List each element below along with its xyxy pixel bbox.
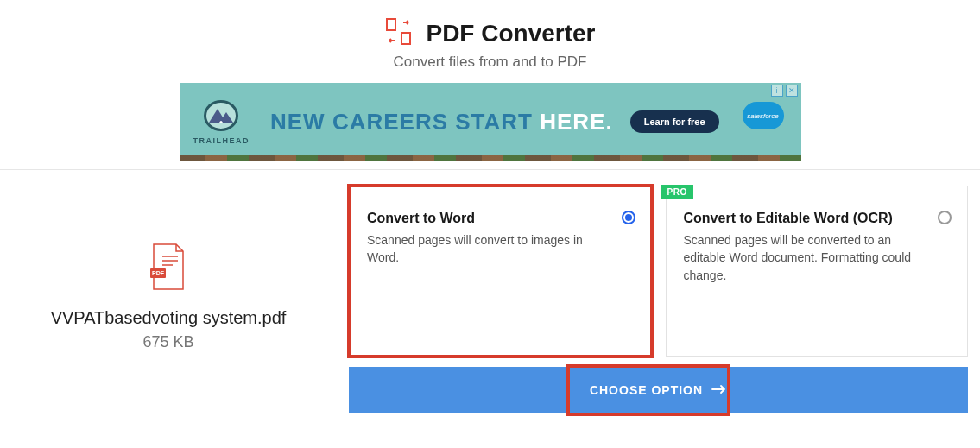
svg-rect-0 bbox=[387, 19, 395, 30]
arrow-right-icon bbox=[711, 383, 727, 397]
option-convert-to-word[interactable]: Convert to Word Scanned pages will conve… bbox=[349, 186, 652, 357]
ad-banner-container: TRAILHEAD NEW CAREERS START HERE. Learn … bbox=[0, 83, 980, 161]
trailhead-icon bbox=[202, 98, 240, 133]
ad-banner[interactable]: TRAILHEAD NEW CAREERS START HERE. Learn … bbox=[180, 83, 801, 161]
pro-badge: PRO bbox=[661, 185, 693, 199]
options-panel: Convert to Word Scanned pages will conve… bbox=[337, 170, 980, 426]
svg-text:PDF: PDF bbox=[152, 270, 165, 276]
ad-headline: NEW CAREERS START HERE. bbox=[270, 109, 613, 136]
option-title: Convert to Editable Word (OCR) bbox=[684, 211, 951, 226]
ad-brand: TRAILHEAD bbox=[193, 98, 250, 145]
file-name: VVPATbasedvoting system.pdf bbox=[0, 308, 337, 328]
salesforce-icon: salesforce bbox=[743, 102, 784, 129]
page-subtitle: Convert files from and to PDF bbox=[0, 54, 980, 71]
option-radio[interactable] bbox=[622, 211, 635, 224]
choose-option-button[interactable]: CHOOSE OPTION bbox=[349, 367, 968, 413]
page-header: PDF Converter Convert files from and to … bbox=[0, 0, 980, 83]
option-desc: Scanned pages will be converted to an ed… bbox=[684, 231, 917, 284]
page-title: PDF Converter bbox=[426, 20, 595, 47]
ad-cta-button[interactable]: Learn for free bbox=[630, 110, 719, 133]
main-content: PDF VVPATbasedvoting system.pdf 675 KB C… bbox=[0, 169, 980, 426]
option-radio[interactable] bbox=[938, 211, 952, 224]
pdf-file-icon: PDF bbox=[149, 279, 188, 293]
adchoices-icon[interactable]: i bbox=[771, 85, 783, 97]
svg-rect-1 bbox=[401, 33, 410, 44]
option-title: Convert to Word bbox=[367, 211, 634, 226]
choose-option-label: CHOOSE OPTION bbox=[590, 383, 703, 397]
file-size: 675 KB bbox=[0, 333, 337, 351]
ad-close-icon[interactable]: ✕ bbox=[786, 85, 798, 97]
converter-icon bbox=[384, 17, 414, 50]
option-desc: Scanned pages will convert to images in … bbox=[367, 231, 600, 267]
option-convert-to-editable-word[interactable]: PRO Convert to Editable Word (OCR) Scann… bbox=[666, 186, 969, 357]
file-panel: PDF VVPATbasedvoting system.pdf 675 KB bbox=[0, 170, 337, 351]
